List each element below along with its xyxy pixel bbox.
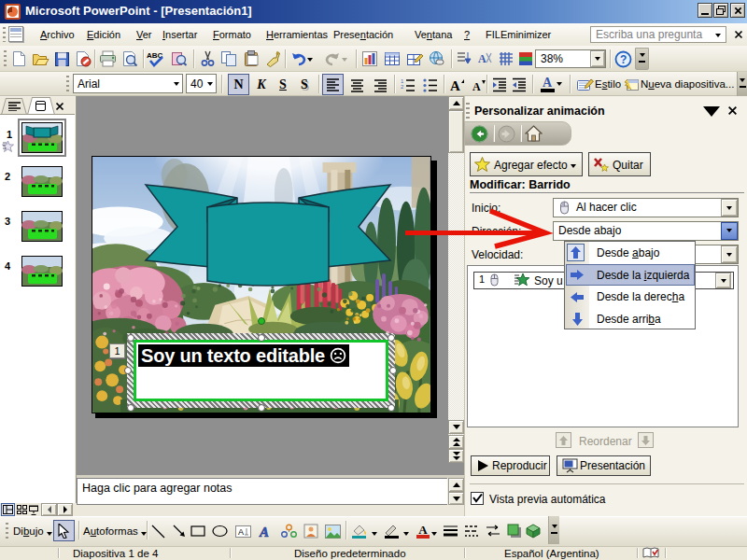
svg-text:A: A [238,527,244,537]
svg-text:?: ? [620,53,627,66]
svg-text:2: 2 [401,84,404,90]
svg-text:A: A [472,80,481,92]
svg-text:A: A [259,525,269,539]
svg-text:A: A [478,52,486,65]
svg-text:A: A [450,78,460,92]
